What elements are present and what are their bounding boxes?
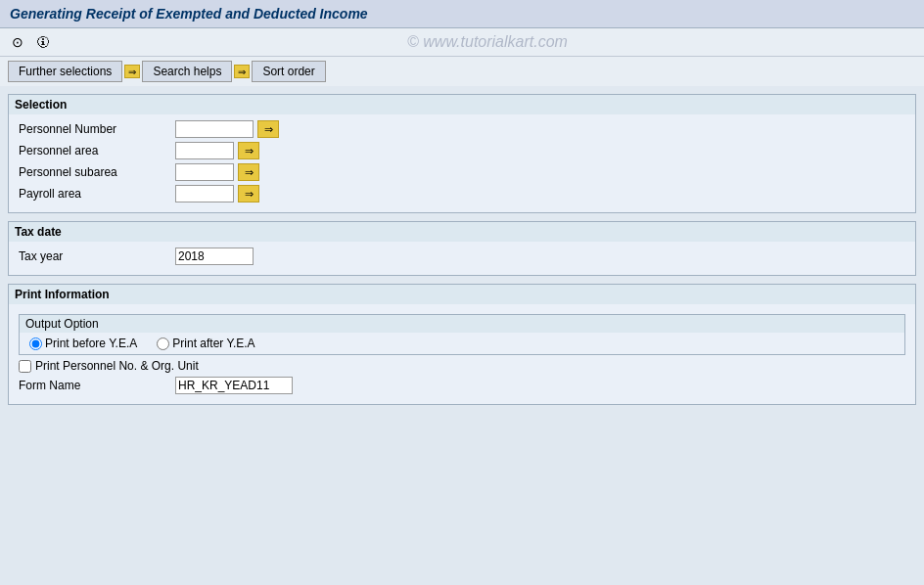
- tab-sort-order[interactable]: Sort order: [252, 61, 325, 82]
- print-personnel-row: Print Personnel No. & Org. Unit: [19, 359, 905, 373]
- personnel-number-row: Personnel Number ⇒: [19, 120, 905, 138]
- print-personnel-checkbox[interactable]: [19, 360, 31, 373]
- personnel-subarea-label: Personnel subarea: [19, 165, 175, 179]
- print-before-radio[interactable]: [29, 338, 42, 350]
- tab-arrow-1: ⇒: [124, 65, 140, 78]
- tab-further-selections[interactable]: Further selections: [8, 61, 122, 82]
- selection-header: Selection: [9, 95, 915, 114]
- print-before-label[interactable]: Print before Y.E.A: [29, 337, 137, 350]
- tab-search-helps-label: Search helps: [153, 65, 221, 78]
- personnel-number-label: Personnel Number: [19, 122, 175, 136]
- print-section: Print Information Output Option Print be…: [8, 284, 916, 405]
- selection-section: Selection Personnel Number ⇒ Personnel a…: [8, 94, 916, 213]
- personnel-area-input[interactable]: [175, 142, 234, 159]
- personnel-subarea-arrow[interactable]: ⇒: [238, 163, 259, 181]
- form-name-row: Form Name: [19, 377, 905, 394]
- personnel-subarea-row: Personnel subarea ⇒: [19, 163, 905, 181]
- personnel-number-input[interactable]: [175, 120, 254, 138]
- output-option-subsection: Output Option Print before Y.E.A Print a…: [19, 314, 905, 355]
- output-option-body: Print before Y.E.A Print after Y.E.A: [20, 333, 904, 354]
- tab-sort-order-label: Sort order: [262, 65, 314, 78]
- tax-body: Tax year: [9, 242, 915, 275]
- print-header: Print Information: [9, 285, 915, 304]
- tab-further-selections-label: Further selections: [19, 65, 112, 78]
- back-icon[interactable]: ⊙: [8, 32, 27, 52]
- info-icon[interactable]: 🛈: [33, 32, 53, 52]
- tax-section: Tax date Tax year: [8, 221, 916, 276]
- payroll-area-row: Payroll area ⇒: [19, 185, 905, 202]
- payroll-area-label: Payroll area: [19, 187, 175, 201]
- tab-bar: Further selections ⇒ Search helps ⇒ Sort…: [0, 57, 924, 86]
- payroll-area-arrow[interactable]: ⇒: [238, 185, 259, 202]
- print-body: Output Option Print before Y.E.A Print a…: [9, 304, 915, 404]
- tax-header: Tax date: [9, 222, 915, 242]
- title-text: Generating Receipt of Exempted and Deduc…: [10, 6, 368, 22]
- toolbar: ⊙ 🛈 © www.tutorialkart.com: [0, 28, 924, 57]
- tab-search-helps[interactable]: Search helps: [142, 61, 232, 82]
- form-name-label: Form Name: [19, 379, 175, 392]
- personnel-area-row: Personnel area ⇒: [19, 142, 905, 159]
- watermark-text: © www.tutorialkart.com: [59, 33, 916, 51]
- payroll-area-input[interactable]: [175, 185, 234, 202]
- output-option-header: Output Option: [20, 315, 904, 333]
- print-personnel-label: Print Personnel No. & Org. Unit: [35, 359, 199, 373]
- tax-year-row: Tax year: [19, 248, 905, 265]
- tab-arrow-2: ⇒: [234, 65, 250, 78]
- personnel-subarea-input[interactable]: [175, 163, 234, 181]
- print-before-text: Print before Y.E.A: [45, 337, 137, 350]
- print-after-label[interactable]: Print after Y.E.A: [157, 337, 254, 350]
- personnel-area-label: Personnel area: [19, 144, 175, 158]
- selection-body: Personnel Number ⇒ Personnel area ⇒ Pers…: [9, 114, 915, 212]
- personnel-number-arrow[interactable]: ⇒: [257, 120, 279, 138]
- personnel-area-arrow[interactable]: ⇒: [238, 142, 259, 159]
- tax-year-label: Tax year: [19, 249, 175, 263]
- print-after-radio[interactable]: [157, 338, 169, 350]
- tax-year-input[interactable]: [175, 248, 254, 265]
- form-name-input[interactable]: [175, 377, 293, 394]
- print-after-text: Print after Y.E.A: [172, 337, 254, 350]
- main-content: Selection Personnel Number ⇒ Personnel a…: [0, 86, 924, 413]
- page-title: Generating Receipt of Exempted and Deduc…: [0, 0, 924, 28]
